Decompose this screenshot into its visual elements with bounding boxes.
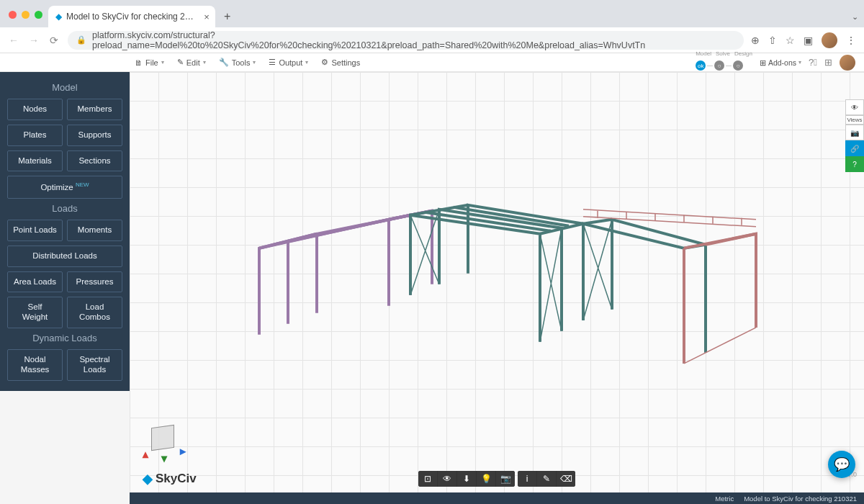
menu-settings[interactable]: ⚙Settings	[321, 58, 360, 67]
edit-icon[interactable]: ✎	[537, 471, 556, 487]
user-avatar[interactable]	[840, 55, 855, 71]
area-loads-button[interactable]: Area Loads	[7, 271, 63, 293]
right-tool-panel: 👁 Views 📷 🔗 ?	[845, 99, 864, 172]
distributed-loads-button[interactable]: Distributed Loads	[7, 246, 122, 267]
mode-label-design: Design	[734, 50, 752, 57]
browser-actions: ⊕ ⇧ ☆ ▣ ⋮	[751, 32, 857, 48]
tab-title: Model to SkyCiv for checking 2…	[66, 12, 194, 22]
help-tool-icon[interactable]: ?	[845, 156, 864, 172]
menu-output[interactable]: ☰Output▾	[269, 58, 308, 67]
browser-toolbar: ← → ⟳ 🔒 platform.skyciv.com/structural?p…	[0, 27, 864, 53]
spectral-loads-button[interactable]: Spectral Loads	[67, 349, 122, 381]
extension-icon[interactable]: ▣	[804, 35, 813, 46]
brand-logo: ◆ SkyCiv	[143, 471, 197, 487]
nodes-button[interactable]: Nodes	[7, 99, 63, 120]
share-icon[interactable]: ⇧	[768, 35, 777, 46]
members-button[interactable]: Members	[67, 99, 122, 120]
mode-design-button[interactable]: ○	[733, 60, 743, 71]
menu-icon[interactable]: ⋮	[846, 35, 857, 46]
maximize-window[interactable]	[35, 11, 42, 19]
supports-button[interactable]: Supports	[67, 125, 122, 146]
chevron-down-icon: ▾	[203, 59, 206, 66]
sidebar: Model Nodes Members Plates Supports Mate…	[0, 72, 130, 391]
mode-solve-button[interactable]: ○	[714, 60, 724, 71]
plates-button[interactable]: Plates	[7, 125, 63, 146]
sidebar-header-dynamic: Dynamic Loads	[7, 333, 122, 343]
tab-overflow-icon[interactable]: ⌄	[852, 12, 858, 22]
units-label[interactable]: Metric	[715, 495, 734, 503]
chevron-down-icon: ▾	[253, 59, 256, 66]
mode-model-button[interactable]: ok	[696, 60, 706, 71]
view-btn-1[interactable]: ⊡	[418, 471, 437, 487]
browser-tab[interactable]: ◆ Model to SkyCiv for checking 2… ×	[48, 6, 215, 27]
status-bar: Metric Model to SkyCiv for checking 2103…	[130, 492, 864, 504]
share-tool-icon[interactable]: 🔗	[845, 140, 864, 156]
visibility-icon[interactable]: 👁	[438, 471, 456, 487]
axis-gizmo[interactable]: ▴ ▸ ▾	[143, 420, 186, 464]
viewport-3d[interactable]: ▴ ▸ ▾ ◆ SkyCiv ⊡ 👁 ⬇ 💡 📷 i ✎ ⌫ 👁 Views 📷…	[130, 72, 864, 492]
bookmark-icon[interactable]: ☆	[786, 35, 795, 46]
forward-icon[interactable]: →	[27, 35, 40, 46]
moments-button[interactable]: Moments	[67, 220, 122, 241]
load-combos-button[interactable]: Load Combos	[67, 297, 122, 328]
chat-bubble-icon[interactable]: 💬	[828, 451, 855, 478]
menu-file[interactable]: 🗎File▾	[135, 58, 164, 67]
apps-grid-icon[interactable]: ⊞	[824, 57, 832, 68]
close-tab-icon[interactable]: ×	[204, 12, 210, 22]
help-icon[interactable]: ?⃝	[809, 57, 817, 68]
close-window[interactable]	[9, 11, 17, 19]
optimize-button[interactable]: Optimize NEW	[7, 176, 122, 199]
model-name-label: Model to SkyCiv for checking 210321	[744, 495, 857, 503]
bulb-icon[interactable]: 💡	[477, 471, 495, 487]
grid-icon: ⊞	[760, 58, 766, 67]
url-text: platform.skyciv.com/structural?preload_n…	[92, 30, 735, 50]
camera-icon[interactable]: 📷	[845, 125, 864, 140]
gear-icon: ⚙	[321, 58, 328, 67]
chevron-down-icon: ▾	[305, 59, 308, 66]
menu-edit[interactable]: ✎Edit▾	[177, 58, 206, 67]
output-icon: ☰	[269, 58, 276, 67]
axis-y-icon: ▾	[161, 451, 167, 465]
app-menubar: 🗎File▾ ✎Edit▾ 🔧Tools▾ ☰Output▾ ⚙Settings…	[0, 53, 864, 72]
materials-button[interactable]: Materials	[7, 150, 63, 172]
mode-label-model: Model	[696, 50, 711, 57]
reload-icon[interactable]: ⟳	[48, 35, 60, 46]
download-icon[interactable]: ⬇	[457, 471, 476, 487]
structural-model[interactable]	[223, 140, 770, 385]
axis-z-icon: ▸	[180, 444, 186, 458]
axis-x-icon: ▴	[143, 447, 148, 461]
window-controls	[6, 11, 48, 27]
menu-tools[interactable]: 🔧Tools▾	[219, 58, 256, 67]
new-tab-button[interactable]: +	[218, 7, 237, 26]
sidebar-header-model: Model	[7, 82, 122, 93]
mode-label-solve: Solve	[716, 50, 730, 57]
address-bar[interactable]: 🔒 platform.skyciv.com/structural?preload…	[68, 31, 744, 50]
sidebar-header-loads: Loads	[7, 203, 122, 214]
lock-icon: 🔒	[76, 35, 86, 45]
self-weight-button[interactable]: Self Weight	[7, 297, 63, 328]
tab-favicon-icon: ◆	[55, 12, 62, 22]
wrench-icon: 🔧	[219, 58, 229, 67]
nodal-masses-button[interactable]: Nodal Masses	[7, 349, 63, 381]
browser-tab-strip: ◆ Model to SkyCiv for checking 2… × + ⌄	[0, 0, 864, 27]
gizmo-cube[interactable]	[151, 425, 174, 451]
view-toolbar: ⊡ 👁 ⬇ 💡 📷 i ✎ ⌫	[418, 471, 575, 487]
logo-icon: ◆	[143, 471, 153, 487]
search-icon[interactable]: ⊕	[751, 35, 760, 46]
minimize-window[interactable]	[22, 11, 30, 19]
profile-avatar[interactable]	[822, 32, 837, 48]
eraser-icon[interactable]: ⌫	[557, 471, 575, 487]
pencil-icon: ✎	[177, 58, 184, 67]
eye-icon[interactable]: 👁	[845, 99, 864, 115]
back-icon[interactable]: ←	[7, 35, 20, 46]
addons-menu[interactable]: ⊞Add-ons▾	[760, 58, 801, 67]
pressures-button[interactable]: Pressures	[67, 271, 122, 293]
snapshot-icon[interactable]: 📷	[496, 471, 515, 487]
views-label[interactable]: Views	[845, 115, 864, 125]
file-icon: 🗎	[135, 58, 143, 67]
point-loads-button[interactable]: Point Loads	[7, 220, 63, 241]
chevron-down-icon: ▾	[798, 59, 801, 66]
sections-button[interactable]: Sections	[67, 150, 122, 172]
chevron-down-icon: ▾	[161, 59, 164, 66]
info-icon[interactable]: i	[518, 471, 536, 487]
